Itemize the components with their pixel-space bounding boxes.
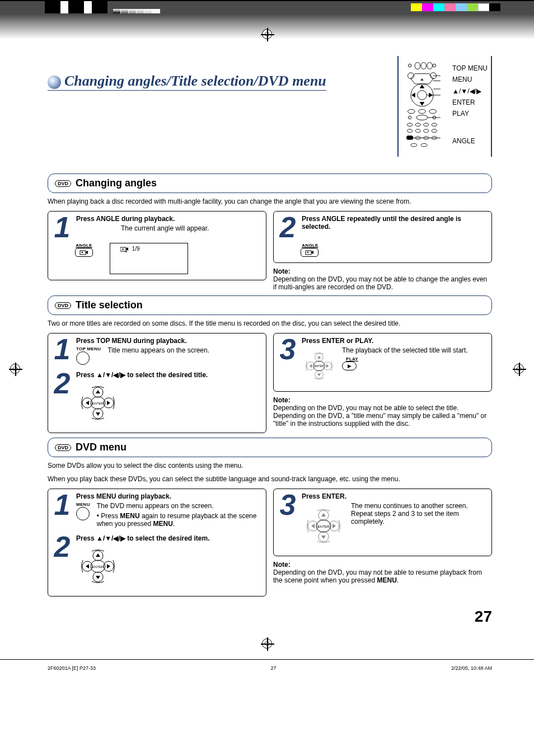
menu-button-icon — [76, 507, 90, 520]
dvd-chip-icon: DVD — [55, 180, 71, 187]
header-bw-marks — [45, 1, 160, 13]
step-number-icon: 3 — [278, 492, 297, 517]
svg-point-24 — [432, 123, 437, 126]
remote-label-angle: ANGLE — [452, 137, 488, 145]
dvd-menu-intro-b: When you play back these DVDs, you can s… — [48, 475, 492, 483]
svg-point-26 — [415, 129, 420, 132]
dvd-menu-note: Note: Depending on the DVD, you may not … — [273, 561, 492, 584]
register-mark-icon — [262, 29, 272, 39]
dvd-menu-steps-1-2: 1 Press MENU during playback. MENU The D… — [48, 489, 266, 597]
remote-outline-icon: ⏏ — [402, 60, 442, 152]
svg-point-39 — [122, 248, 124, 250]
svg-text:ENTER: ENTER — [315, 365, 324, 368]
ts-step3-title: Press ENTER or PLAY. — [302, 337, 487, 345]
svg-point-21 — [407, 123, 413, 126]
angle-button-label: ANGLE — [301, 243, 320, 248]
svg-rect-3 — [427, 63, 432, 69]
step-number-icon: 2 — [53, 534, 72, 559]
title-selection-intro: Two or more titles are recorded on some … — [48, 320, 492, 327]
svg-point-16 — [429, 109, 437, 113]
footer-rule — [0, 659, 534, 660]
step-number-icon: 1 — [53, 215, 72, 240]
dm-step3-desc: The menu continues to another screen. Re… — [351, 502, 487, 525]
changing-angles-note: Note: Depending on the DVD, you may not … — [273, 267, 492, 291]
svg-rect-2 — [421, 63, 426, 69]
osd-text: 1/9 — [132, 246, 140, 252]
remote-label-top-menu: TOP MENU — [452, 64, 488, 72]
page-title: Changing angles/Title selection/DVD menu — [48, 56, 326, 91]
dvd-chip-icon: DVD — [55, 302, 71, 309]
svg-text:⏏: ⏏ — [420, 77, 424, 81]
ts-step1-desc: Title menu appears on the screen. — [107, 346, 209, 354]
footer-mid: 27 — [270, 665, 276, 671]
step-number-icon: 3 — [278, 337, 297, 361]
dvd-menu-step3: 3 Press ENTER. ENTER — [273, 489, 492, 556]
remote-diagram: ⏏ — [397, 56, 492, 157]
section-heading-dvd-menu: DVD DVD menu — [48, 438, 492, 457]
ts-step1-title: Press TOP MENU during playback. — [76, 337, 261, 345]
step1-title: Press ANGLE during playback. — [76, 215, 261, 223]
enter-pad-icon: ENTER — [76, 544, 120, 588]
title-selection-note: Note: Depending on the DVD, you may not … — [273, 396, 492, 428]
angle-button-icon — [75, 248, 93, 257]
svg-point-15 — [419, 109, 426, 113]
menu-button-label: MENU — [76, 502, 90, 507]
svg-point-28 — [432, 129, 437, 132]
top-menu-button-icon — [76, 351, 90, 365]
svg-text:ENTER: ENTER — [92, 402, 104, 405]
svg-rect-1 — [415, 63, 420, 69]
dm-step3-title: Press ENTER. — [302, 492, 487, 500]
step1-desc: The current angle will appear. — [76, 224, 261, 232]
svg-point-23 — [424, 123, 429, 126]
osd-preview-box: 1/9 — [110, 243, 188, 274]
angle-button-icon — [301, 248, 318, 257]
step-number-icon: 1 — [53, 337, 72, 361]
ts-step3-desc: The playback of the selected title will … — [342, 346, 487, 354]
svg-point-25 — [407, 129, 413, 132]
changing-angles-step1-box: 1 Press ANGLE during playback. The curre… — [48, 211, 266, 280]
dvd-chip-icon: DVD — [55, 444, 71, 451]
footer-right: 2/22/05, 10:48 AM — [451, 665, 492, 671]
dm-step1-desc-a: The DVD menu appears on the screen. — [97, 502, 261, 510]
step-number-icon: 2 — [278, 215, 297, 240]
play-button-icon: ▶ — [342, 361, 357, 370]
section-heading-changing-angles: DVD Changing angles — [48, 173, 492, 193]
enter-pad-icon: ENTER — [76, 381, 120, 425]
svg-text:ENTER: ENTER — [318, 525, 330, 528]
svg-point-27 — [424, 129, 429, 132]
dm-step1-desc-b: • Press MENU again to resume playback at… — [97, 512, 261, 528]
svg-point-22 — [415, 123, 420, 126]
remote-label-play: PLAY — [452, 110, 488, 118]
svg-point-14 — [408, 109, 415, 113]
svg-point-18 — [416, 115, 428, 120]
top-menu-button-label: TOP MENU — [76, 346, 101, 351]
dm-step2-title: Press ▲/▼/◀/▶ to select the desired item… — [76, 534, 261, 542]
remote-label-arrows: ▲/▼/◀/▶ — [452, 87, 488, 95]
remote-label-menu: MENU — [452, 76, 488, 83]
svg-point-0 — [408, 64, 411, 67]
angle-button-label: ANGLE — [75, 243, 93, 248]
svg-point-17 — [408, 116, 411, 119]
step-number-icon: 2 — [53, 371, 72, 396]
title-selection-step3: 3 Press ENTER or PLAY. ENTER — [273, 333, 492, 392]
svg-point-34 — [411, 144, 417, 147]
title-badge-icon — [48, 76, 61, 89]
page-number: 27 — [48, 608, 492, 626]
ts-step2-title: Press ▲/▼/◀/▶ to select the desired titl… — [76, 371, 261, 379]
footer-left: 2F60201A [E] P27-33 — [48, 665, 96, 671]
enter-pad-icon: ENTER — [302, 349, 336, 383]
svg-rect-29 — [407, 136, 413, 139]
title-selection-steps-1-2: 1 Press TOP MENU during playback. TOP ME… — [48, 333, 266, 433]
svg-text:ENTER: ENTER — [92, 565, 104, 569]
step2-title: Press ANGLE repeatedly until the desired… — [302, 215, 487, 231]
section-heading-title-selection: DVD Title selection — [48, 295, 492, 315]
svg-point-41 — [307, 252, 309, 253]
header-color-marks — [411, 3, 500, 11]
dm-step1-title: Press MENU during playback. — [76, 492, 261, 500]
play-button-label: PLAY — [342, 356, 362, 361]
step-number-icon: 1 — [53, 492, 72, 517]
dvd-menu-intro-a: Some DVDs allow you to select the disc c… — [48, 462, 492, 469]
remote-label-enter: ENTER — [452, 98, 488, 106]
svg-point-35 — [421, 144, 427, 147]
print-footer: 2F60201A [E] P27-33 27 2/22/05, 10:48 AM — [0, 665, 534, 671]
